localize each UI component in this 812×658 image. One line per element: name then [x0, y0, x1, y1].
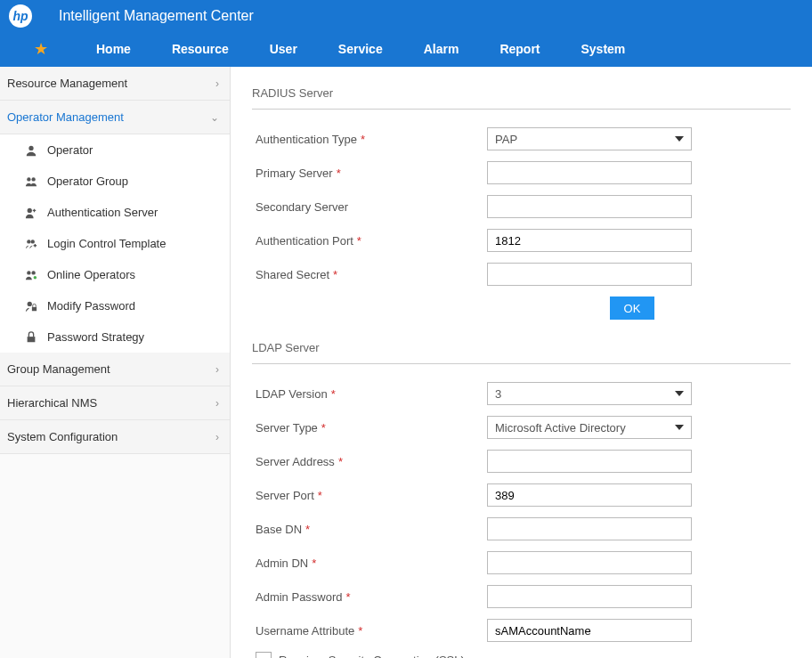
- sidebar-section-label: Hierarchical NMS: [7, 396, 97, 410]
- ssl-checkbox[interactable]: [256, 652, 272, 658]
- svg-point-5: [31, 240, 35, 243]
- base-dn-label: Base DN*: [252, 523, 487, 536]
- group-icon: [24, 175, 38, 189]
- header-nav: ★ Home Resource User Service Alarm Repor…: [0, 31, 812, 67]
- lock-icon: [24, 330, 38, 345]
- sidebar-item-label: Online Operators: [47, 268, 135, 281]
- radius-section-title: RADIUS Server: [252, 81, 791, 110]
- shared-secret-input[interactable]: [487, 263, 692, 286]
- online-icon: [24, 268, 38, 282]
- radius-ok-button[interactable]: OK: [610, 297, 654, 320]
- sidebar-sublist: Operator Operator Group Authentication S…: [0, 134, 230, 353]
- nav-resource[interactable]: Resource: [172, 42, 229, 56]
- sidebar-item-modify-password[interactable]: Modify Password: [0, 290, 230, 321]
- caret-down-icon: [675, 391, 684, 396]
- favorites-star-icon[interactable]: ★: [34, 39, 48, 59]
- page-header: hp Intelligent Management Center ★ Home …: [0, 0, 812, 67]
- ldap-version-value: 3: [495, 387, 501, 401]
- nav-service[interactable]: Service: [338, 42, 383, 56]
- sidebar-item-password-strategy[interactable]: Password Strategy: [0, 321, 230, 353]
- server-address-label: Server Address*: [252, 455, 487, 468]
- sidebar-section-hierarchical-nms[interactable]: Hierarchical NMS ›: [0, 386, 230, 420]
- sidebar-item-label: Modify Password: [47, 299, 135, 313]
- username-attribute-label: Username Attribute*: [252, 624, 487, 638]
- server-type-select[interactable]: Microsoft Active Directory: [487, 416, 692, 439]
- svg-point-9: [28, 301, 32, 305]
- svg-point-1: [27, 177, 30, 181]
- server-type-label: Server Type*: [252, 421, 487, 435]
- sidebar-item-login-control-template[interactable]: Login Control Template: [0, 228, 230, 259]
- server-port-input[interactable]: [487, 483, 692, 507]
- ldap-version-label: LDAP Version*: [252, 387, 487, 401]
- sidebar-item-operator[interactable]: Operator: [0, 134, 230, 166]
- base-dn-input[interactable]: [487, 517, 692, 540]
- nav-home[interactable]: Home: [96, 42, 131, 56]
- person-plus-icon: [24, 206, 38, 220]
- auth-type-select[interactable]: PAP: [487, 127, 692, 150]
- chevron-right-icon: ›: [215, 431, 219, 443]
- logo-icon: hp: [9, 4, 32, 28]
- admin-dn-label: Admin DN*: [252, 556, 487, 570]
- sidebar-section-label: Group Management: [7, 362, 110, 376]
- secondary-server-label: Secondary Server: [252, 200, 487, 214]
- ldap-version-select[interactable]: 3: [487, 382, 692, 405]
- ssl-label: Requires Security Connection (SSL): [279, 654, 465, 659]
- auth-port-label: Authentication Port*: [252, 234, 487, 248]
- auth-type-label: Authentication Type*: [252, 133, 487, 146]
- nav-report[interactable]: Report: [499, 42, 540, 56]
- sidebar-item-label: Password Strategy: [47, 330, 144, 344]
- nav-system[interactable]: System: [581, 42, 626, 56]
- sidebar-section-operator-management[interactable]: Operator Management ⌄: [0, 101, 230, 134]
- primary-server-input[interactable]: [487, 161, 692, 184]
- ldap-section-title: LDAP Server: [252, 336, 791, 364]
- group-plus-icon: [24, 237, 38, 251]
- username-attribute-input[interactable]: [487, 619, 692, 642]
- server-address-input[interactable]: [487, 450, 692, 473]
- chevron-down-icon: ⌄: [210, 111, 219, 124]
- admin-dn-input[interactable]: [487, 551, 692, 574]
- app-title: Intelligent Management Center: [59, 8, 254, 24]
- sidebar-item-label: Authentication Server: [47, 206, 158, 219]
- sidebar-section-system-configuration[interactable]: System Configuration ›: [0, 420, 230, 454]
- svg-rect-11: [28, 337, 36, 342]
- admin-password-label: Admin Password*: [252, 590, 487, 604]
- sidebar-item-online-operators[interactable]: Online Operators: [0, 259, 230, 290]
- caret-down-icon: [675, 425, 684, 430]
- chevron-right-icon: ›: [215, 77, 219, 90]
- svg-rect-10: [32, 306, 37, 310]
- sidebar-item-operator-group[interactable]: Operator Group: [0, 166, 230, 197]
- sidebar-section-label: Resource Management: [7, 77, 127, 90]
- caret-down-icon: [675, 136, 684, 142]
- svg-point-6: [27, 271, 30, 274]
- sidebar-section-resource-management[interactable]: Resource Management ›: [0, 67, 230, 101]
- sidebar-item-authentication-server[interactable]: Authentication Server: [0, 197, 230, 228]
- server-port-label: Server Port*: [252, 489, 487, 502]
- shared-secret-label: Shared Secret*: [252, 268, 487, 281]
- nav-alarm[interactable]: Alarm: [424, 42, 459, 56]
- sidebar: Resource Management › Operator Managemen…: [0, 67, 231, 658]
- nav-user[interactable]: User: [270, 42, 297, 56]
- auth-type-value: PAP: [495, 133, 517, 146]
- sidebar-section-label: Operator Management: [7, 110, 124, 124]
- secondary-server-input[interactable]: [487, 195, 692, 218]
- main-content: RADIUS Server Authentication Type* PAP P…: [231, 67, 812, 658]
- svg-point-7: [31, 271, 35, 274]
- auth-port-input[interactable]: [487, 229, 692, 252]
- chevron-right-icon: ›: [215, 397, 219, 410]
- sidebar-item-label: Operator Group: [47, 175, 128, 188]
- svg-point-3: [28, 207, 32, 212]
- sidebar-item-label: Login Control Template: [47, 237, 166, 250]
- password-icon: [24, 299, 38, 313]
- person-icon: [24, 143, 38, 158]
- svg-point-0: [28, 145, 33, 150]
- svg-point-4: [27, 240, 30, 243]
- svg-point-2: [31, 177, 35, 181]
- server-type-value: Microsoft Active Directory: [495, 421, 626, 435]
- sidebar-section-label: System Configuration: [7, 430, 118, 443]
- admin-password-input[interactable]: [487, 585, 692, 608]
- header-top: hp Intelligent Management Center: [0, 0, 812, 31]
- svg-point-8: [34, 275, 37, 279]
- sidebar-item-label: Operator: [47, 143, 93, 157]
- primary-server-label: Primary Server*: [252, 167, 487, 180]
- sidebar-section-group-management[interactable]: Group Management ›: [0, 353, 230, 386]
